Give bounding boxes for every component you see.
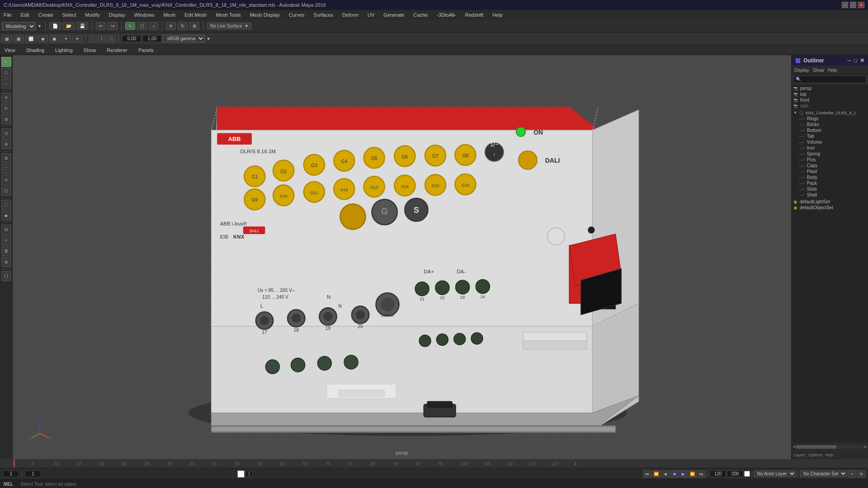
- smooth-btn[interactable]: ◉: [38, 35, 48, 42]
- outliner-item-rings[interactable]: —○ Rings: [792, 116, 868, 122]
- light-btn[interactable]: ☀: [61, 35, 71, 42]
- menu-cache[interactable]: Cache: [411, 11, 429, 19]
- char-set-select[interactable]: No Character Set: [800, 470, 847, 477]
- play-back-button[interactable]: ◀: [661, 470, 670, 478]
- close-button[interactable]: ✕: [858, 2, 864, 8]
- layer-editor-tool[interactable]: ⊞: [1, 257, 11, 267]
- menu-generate[interactable]: Generate: [382, 11, 406, 19]
- play-forward-button[interactable]: ▶: [679, 470, 688, 478]
- stop-button[interactable]: ■: [670, 470, 679, 478]
- outliner-item-plast[interactable]: —○ Plast: [792, 169, 868, 174]
- shaded-btn[interactable]: ▦: [14, 35, 24, 42]
- menu-redshift[interactable]: Redshift: [463, 11, 485, 19]
- scale-tool[interactable]: ⊞: [1, 114, 11, 124]
- tab-lighting[interactable]: Lighting: [52, 47, 75, 54]
- outliner-show-tab[interactable]: Show: [813, 68, 824, 73]
- menu-edit-mesh[interactable]: Edit Mesh: [183, 11, 208, 19]
- outliner-item-top[interactable]: 📷 top: [792, 91, 868, 97]
- open-file-button[interactable]: 📂: [63, 22, 75, 30]
- minimize-button[interactable]: ─: [842, 2, 848, 8]
- menu-modify[interactable]: Modify: [83, 11, 101, 19]
- render-settings-tool[interactable]: ◆: [1, 211, 11, 221]
- menu-help[interactable]: Help: [491, 11, 505, 19]
- help-tab2[interactable]: Help: [825, 453, 834, 457]
- menu-mesh-tools[interactable]: Mesh Tools: [214, 11, 242, 19]
- select-tool[interactable]: ↖: [1, 57, 11, 67]
- outliner-scrollbar-right[interactable]: ▶: [864, 445, 867, 449]
- soft-select-tool[interactable]: ◎: [1, 128, 11, 138]
- outliner-item-default-object-set[interactable]: ◉ defaultObjectSet: [792, 205, 868, 211]
- menu-create[interactable]: Create: [37, 11, 55, 19]
- outliner-item-caps[interactable]: —○ Caps: [792, 163, 868, 169]
- menu-mesh[interactable]: Mesh: [161, 11, 177, 19]
- outliner-close[interactable]: ✕: [860, 57, 864, 64]
- menu-edit[interactable]: Edit: [19, 11, 31, 19]
- outliner-item-iron[interactable]: —○ Iron: [792, 145, 868, 151]
- snap-point-tool[interactable]: ⊙: [1, 175, 11, 185]
- camera-mode-btn[interactable]: ▦: [2, 35, 12, 42]
- tab-panels[interactable]: Panels: [136, 47, 156, 54]
- outliner-item-knx-controller[interactable]: ▼ ⬡ KNX_Controller_DLRS_8_1: [792, 110, 868, 116]
- outliner-item-bricks[interactable]: —○ Bricks: [792, 122, 868, 127]
- shadow-btn[interactable]: ✦: [72, 35, 82, 42]
- val1-input[interactable]: [122, 35, 141, 42]
- outliner-maximize[interactable]: □: [854, 57, 857, 64]
- outliner-help-tab[interactable]: Help: [828, 68, 837, 73]
- outliner-item-tab[interactable]: —○ Tab: [792, 133, 868, 139]
- outliner-item-bottom[interactable]: —○ Bottom: [792, 127, 868, 133]
- vertex-mask-btn[interactable]: ·: [89, 35, 97, 42]
- outliner-item-persp[interactable]: 📷 persp: [792, 85, 868, 91]
- options-tab[interactable]: Options: [808, 453, 822, 457]
- script-editor-tool[interactable]: { }: [1, 271, 11, 281]
- menu-file[interactable]: File: [2, 11, 14, 19]
- menu-uv[interactable]: UV: [366, 11, 376, 19]
- menu-display[interactable]: Display: [107, 11, 127, 19]
- lasso-button[interactable]: ⬡: [137, 22, 147, 30]
- save-file-button[interactable]: 💾: [76, 22, 88, 30]
- outliner-item-side[interactable]: 📷 side: [792, 103, 868, 109]
- prev-key-button[interactable]: ⏪: [652, 470, 660, 478]
- edge-mask-btn[interactable]: /: [98, 35, 106, 42]
- new-file-button[interactable]: 📄: [49, 22, 61, 30]
- outliner-search-input[interactable]: [793, 75, 866, 83]
- tab-renderer[interactable]: Renderer: [104, 47, 130, 54]
- outliner-item-spring[interactable]: —○ Spring: [792, 151, 868, 157]
- select-tool-button[interactable]: ↖: [125, 22, 135, 30]
- mode-selector[interactable]: Modeling: [2, 22, 36, 30]
- keyframe-checkbox[interactable]: [237, 470, 245, 478]
- layers-tab[interactable]: Layers: [793, 453, 806, 457]
- outliner-item-pins[interactable]: —○ Pins: [792, 157, 868, 163]
- char-set-menu[interactable]: ≡: [848, 470, 856, 478]
- menu-deform[interactable]: Deform: [340, 11, 360, 19]
- menu-curves[interactable]: Curves: [287, 11, 307, 19]
- menu-windows[interactable]: Windows: [132, 11, 156, 19]
- loop-checkbox[interactable]: [744, 471, 750, 477]
- wireframe-btn[interactable]: ⬜: [25, 35, 37, 42]
- face-mask-btn[interactable]: □: [107, 35, 115, 42]
- undo-button[interactable]: ↩: [96, 22, 106, 30]
- outliner-item-front[interactable]: 📷 front: [792, 97, 868, 103]
- menu-surfaces[interactable]: Surfaces: [312, 11, 335, 19]
- rotate-tool[interactable]: ↻: [1, 103, 11, 113]
- menu-3dto[interactable]: -3DtoAll-: [435, 11, 458, 19]
- scale-tool-button[interactable]: ⊞: [189, 22, 199, 30]
- val2-input[interactable]: [142, 35, 161, 42]
- viewport[interactable]: ABB DLR/S 8.16.1M G1 G2 G3 G4 G5 G6 G7: [13, 55, 791, 459]
- move-tool-button[interactable]: ✛: [166, 22, 176, 30]
- anim-layer-select[interactable]: No Anim Layer: [754, 470, 796, 477]
- total-frames-input[interactable]: [727, 470, 743, 477]
- snap-grid-tool[interactable]: ⊞: [1, 153, 11, 163]
- move-tool[interactable]: ✛: [1, 93, 11, 103]
- current-frame-input[interactable]: [3, 470, 19, 477]
- redo-button[interactable]: ↪: [108, 22, 118, 30]
- outliner-item-volume[interactable]: —○ Volume: [792, 139, 868, 145]
- next-key-button[interactable]: ⏩: [689, 470, 697, 478]
- paint-button[interactable]: ○: [149, 22, 158, 30]
- start-frame-input[interactable]: [25, 470, 41, 477]
- menu-mesh-display[interactable]: Mesh Display: [248, 11, 282, 19]
- camera-tool[interactable]: ⬚: [1, 200, 11, 210]
- outliner-minimize[interactable]: ─: [847, 57, 851, 64]
- outliner-item-pack[interactable]: —○ Pack: [792, 180, 868, 186]
- go-start-button[interactable]: ⏮: [643, 470, 651, 478]
- outliner-item-default-light-set[interactable]: ◉ defaultLightSet: [792, 199, 868, 205]
